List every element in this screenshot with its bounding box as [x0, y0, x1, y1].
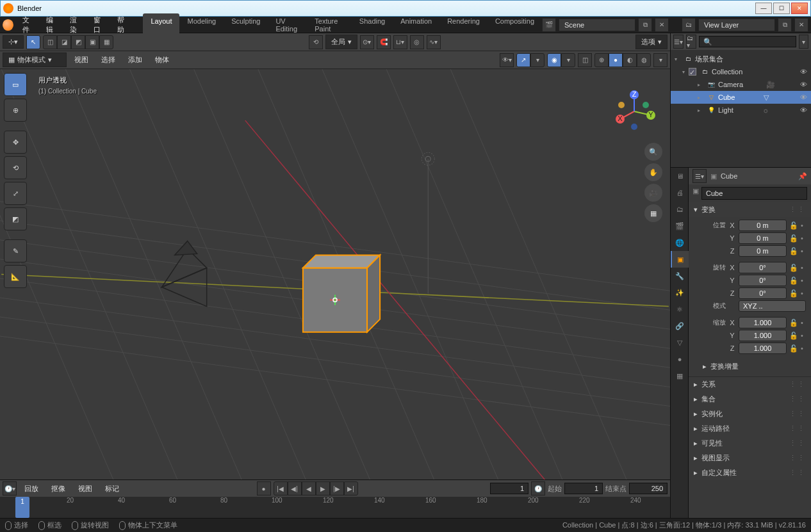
end-frame-field[interactable]: 250	[629, 483, 668, 494]
ptab-modifiers[interactable]: 🔧	[671, 268, 689, 284]
ptab-physics[interactable]: ⚛	[671, 301, 689, 318]
pan-button[interactable]: ✋	[644, 163, 662, 181]
select-mode-tweak[interactable]: ↖	[26, 35, 40, 49]
cube-object[interactable]	[303, 255, 380, 332]
object-name-field[interactable]	[701, 187, 807, 200]
play-reverse-button[interactable]: ◀	[302, 481, 316, 496]
tool-cursor[interactable]: ⊕	[4, 99, 27, 122]
tree-collection[interactable]: ▾✓🗀Collection 👁	[671, 65, 811, 78]
light-object[interactable]	[422, 152, 434, 293]
ptab-texture[interactable]: ▦	[671, 367, 689, 384]
panel-viewport-display[interactable]: ▸ 视图显示⋮⋮	[689, 451, 811, 465]
viewport-canvas[interactable]: 用户透视 (1) Collection | Cube ▭ ⊕ ✥ ⟲ ⤢ ◩ ✎…	[0, 69, 670, 480]
snap-dropdown[interactable]: ⊔▾	[393, 35, 407, 49]
editor-type-selector[interactable]: ⊹▾	[3, 35, 24, 49]
ptab-view-layer[interactable]: 🗂	[671, 201, 689, 218]
close-button[interactable]: ✕	[791, 3, 808, 14]
tool-measure[interactable]: 📐	[4, 265, 27, 288]
tool-annotate[interactable]: ✎	[4, 239, 27, 262]
select-mode-subtract-icon[interactable]: ◩	[71, 35, 85, 49]
transform-orientation-icon[interactable]: ⟲	[309, 35, 323, 49]
zoom-button[interactable]: 🔍	[644, 143, 662, 161]
rot-mode-select[interactable]: XYZ ..	[739, 300, 806, 312]
new-scene-button[interactable]: ⧉	[638, 18, 652, 32]
ptab-output[interactable]: 🖨	[671, 184, 689, 201]
object-menu[interactable]: 物体	[150, 52, 174, 67]
tl-marker-menu[interactable]: 标记	[100, 481, 124, 496]
shading-material[interactable]: ◐	[623, 53, 637, 67]
tree-item-cube[interactable]: ▸▽Cube ▽👁	[671, 91, 811, 104]
gizmo-toggle[interactable]: ↗	[516, 53, 530, 67]
tl-playback-menu[interactable]: 回放	[19, 481, 44, 496]
mode-selector[interactable]: ▦ 物体模式 ▾	[3, 52, 67, 67]
tree-item-light[interactable]: ▸💡Light ☼👁	[671, 104, 811, 117]
keyframe-next-button[interactable]: |▶	[330, 481, 344, 496]
current-frame-field[interactable]: 1	[490, 483, 528, 494]
outliner-search-input[interactable]	[699, 36, 796, 47]
rot-z-field[interactable]: 0°	[739, 287, 787, 299]
minimize-button[interactable]: —	[755, 3, 772, 14]
panel-transform-header[interactable]: ▾ 变换⋮⋮	[689, 202, 811, 217]
outliner-editor-type[interactable]: ☰▾	[673, 35, 684, 49]
ptab-scene[interactable]: 🎬	[671, 218, 689, 234]
panel-motion-paths[interactable]: ▸ 运动路径⋮⋮	[689, 421, 811, 436]
auto-key-toggle[interactable]: ●	[257, 481, 271, 496]
tree-scene-collection[interactable]: ▾🗀场景集合	[671, 52, 811, 65]
jump-end-button[interactable]: ▶|	[344, 481, 358, 496]
eye-icon[interactable]: 👁	[800, 106, 807, 114]
preview-range-toggle[interactable]: 🕐	[531, 481, 545, 496]
overlay-dropdown[interactable]: ▾	[561, 53, 575, 67]
ptab-mesh[interactable]: ▽	[671, 334, 689, 351]
tool-transform[interactable]: ◩	[4, 207, 27, 230]
panel-delta-transform[interactable]: ▸ 变换增量	[694, 359, 806, 374]
jump-start-button[interactable]: |◀	[274, 481, 288, 496]
blender-icon[interactable]	[3, 19, 13, 31]
view-menu[interactable]: 视图	[69, 52, 94, 67]
tl-keying-menu[interactable]: 抠像	[46, 481, 70, 496]
properties-editor-type[interactable]: ☰▾	[692, 169, 707, 183]
overlay-toggle[interactable]: ◉	[547, 53, 561, 67]
panel-instancing[interactable]: ▸ 实例化⋮⋮	[689, 407, 811, 421]
scene-name-field[interactable]: Scene	[559, 19, 635, 31]
loc-z-field[interactable]: 0 m	[739, 245, 787, 257]
panel-collections[interactable]: ▸ 集合⋮⋮	[689, 392, 811, 407]
panel-relations[interactable]: ▸ 关系⋮⋮	[689, 377, 811, 392]
tree-item-camera[interactable]: ▸📷Camera 🎥👁	[671, 78, 811, 91]
scale-x-field[interactable]: 1.000	[739, 317, 787, 328]
select-mode-intersect-icon[interactable]: ▣	[85, 35, 99, 49]
options-dropdown[interactable]: 选项 ▾	[635, 35, 668, 49]
pin-icon[interactable]: 📌	[798, 172, 807, 181]
pivot-point-icon[interactable]: ⊙▾	[360, 35, 374, 49]
shading-solid[interactable]: ●	[609, 53, 623, 67]
scene-icon[interactable]: 🎬	[542, 18, 556, 32]
select-menu[interactable]: 选择	[96, 52, 120, 67]
ortho-toggle-button[interactable]: ▦	[644, 204, 662, 222]
timeline-editor-type[interactable]: 🕐▾	[3, 481, 17, 496]
nav-gizmo[interactable]: Y X Z	[611, 88, 657, 134]
ptab-world[interactable]: 🌐	[671, 234, 689, 251]
shading-wireframe[interactable]: ⊕	[594, 53, 609, 67]
camera-view-button[interactable]: 🎥	[644, 184, 662, 202]
ptab-material[interactable]: ●	[671, 351, 689, 367]
ptab-object[interactable]: ▣	[671, 251, 689, 268]
xray-toggle[interactable]: ◫	[578, 53, 592, 67]
loc-x-field[interactable]: 0 m	[739, 220, 787, 231]
scale-y-field[interactable]: 1.000	[739, 330, 787, 341]
tool-move[interactable]: ✥	[4, 131, 27, 154]
start-frame-field[interactable]: 1	[564, 483, 603, 494]
loc-y-field[interactable]: 0 m	[739, 232, 787, 244]
panel-visibility[interactable]: ▸ 可见性⋮⋮	[689, 436, 811, 451]
play-button[interactable]: ▶	[316, 481, 330, 496]
scale-z-field[interactable]: 1.000	[739, 343, 787, 354]
new-layer-button[interactable]: ⧉	[778, 18, 792, 32]
outliner-filter-button[interactable]: ▾	[799, 35, 809, 49]
select-mode-box-icon[interactable]: ◫	[43, 35, 57, 49]
ptab-constraints[interactable]: 🔗	[671, 318, 689, 334]
outliner-display-mode[interactable]: 🗂▾	[686, 35, 696, 49]
playhead[interactable]: 1	[15, 497, 29, 518]
rot-y-field[interactable]: 0°	[739, 275, 787, 286]
ptab-render[interactable]: 🖥	[671, 168, 689, 184]
proportional-edit-toggle[interactable]: ◎	[410, 35, 424, 49]
keyframe-prev-button[interactable]: ◀|	[288, 481, 302, 496]
shading-rendered[interactable]: ◍	[637, 53, 651, 67]
